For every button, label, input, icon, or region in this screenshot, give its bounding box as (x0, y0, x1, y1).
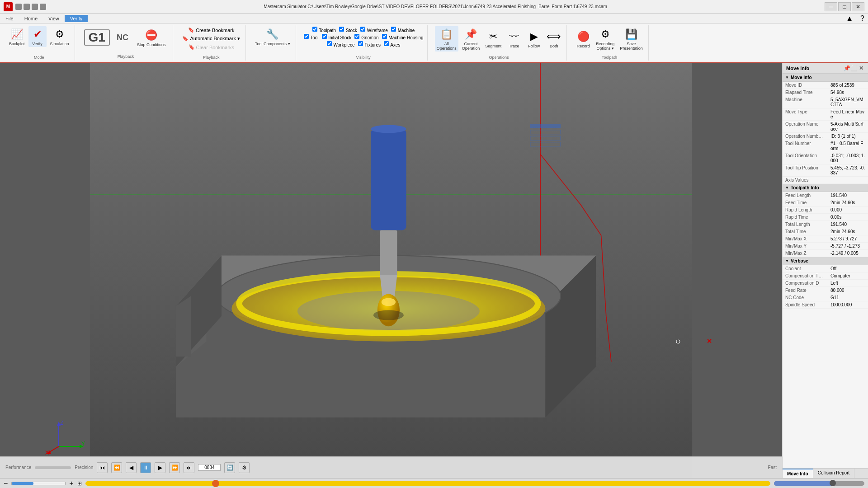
maximize-button[interactable]: □ (838, 2, 851, 11)
workpiece-check-label[interactable]: Workpiece (326, 41, 355, 47)
quick-undo-icon[interactable] (24, 4, 30, 10)
toolpath-info-section-header[interactable]: ▼ Toolpath Info (783, 184, 868, 192)
create-bookmark-button[interactable]: 🔖 Create Bookmark (186, 26, 236, 34)
both-button[interactable]: ⟺ Both (545, 28, 563, 49)
svg-text:Y: Y (81, 441, 85, 447)
stock-check-label[interactable]: Stock (339, 26, 357, 33)
quick-action-icon[interactable] (32, 4, 38, 10)
close-button[interactable]: ✕ (852, 2, 864, 11)
toolpath-info-rows: Feed Length 191.540 Feed Time 2min 24.60… (783, 192, 868, 257)
fixtures-checkbox[interactable] (358, 41, 363, 46)
recording-options-button[interactable]: ⚙ RecordingOptions ▾ (594, 26, 616, 52)
next-frame-button[interactable]: ▶ (155, 462, 165, 473)
current-operation-button[interactable]: 📌 CurrentOperation (460, 26, 482, 52)
zoom-in-icon[interactable]: + (69, 479, 73, 488)
initialstock-check-label[interactable]: Initial Stock (321, 33, 352, 40)
feed-time-row: Feed Time 2min 24.60s (783, 199, 868, 206)
gnomon-check-label[interactable]: Gnomon (354, 33, 378, 40)
loop-button[interactable]: 🔄 (224, 462, 235, 473)
wireframe-checkbox[interactable] (360, 27, 365, 32)
menu-view[interactable]: View (43, 15, 65, 22)
machine-checkbox[interactable] (391, 27, 396, 32)
panel-controls: 📌 ⬜ ✕ (844, 65, 864, 71)
tool-check-label[interactable]: Tool (303, 33, 319, 40)
stock-checkbox[interactable] (339, 27, 344, 32)
move-info-section-header[interactable]: ▼ Move Info (783, 74, 868, 82)
clear-bookmarks-label: Clear Bookmarks (196, 45, 234, 50)
tool-checkbox[interactable] (304, 34, 309, 39)
zoom-out-icon[interactable]: − (4, 479, 8, 488)
panel-pin-button[interactable]: 📌 (844, 65, 850, 71)
menu-file[interactable]: File (0, 15, 19, 22)
tool-tip-row: Tool Tip Position 5.455; -3.723; -0.837 (783, 164, 868, 177)
machine-value: 5_5AXGEN_VMCTTA (830, 97, 865, 107)
follow-label: Follow (528, 44, 540, 48)
workpiece-checkbox[interactable] (327, 41, 332, 46)
settings-button[interactable]: ⚙ (239, 462, 250, 473)
simulation-button[interactable]: ⚙ Simulation (48, 26, 71, 47)
machine-check-label[interactable]: Machine (391, 26, 415, 33)
initialstock-checkbox[interactable] (321, 34, 326, 39)
auto-bookmark-button[interactable]: 🔖 Automatic Bookmark ▾ (180, 35, 242, 42)
verbose-section-header[interactable]: ▼ Verbose (783, 257, 868, 265)
step-counter[interactable]: 0834 (198, 464, 221, 471)
rapid-length-value: 0.000 (830, 207, 842, 212)
collision-report-tab[interactable]: Collision Report (813, 469, 855, 478)
play-pause-button[interactable]: ⏸ (140, 462, 151, 473)
stop-button[interactable]: ⛔ Stop Conditions (135, 27, 168, 48)
timeline-slider[interactable] (85, 481, 770, 486)
elapsed-time-row: Elapsed Time 54.98s (783, 89, 868, 96)
quick-access (15, 4, 46, 10)
tool-components-button[interactable]: 🔧 Tool Components ▾ (253, 26, 292, 47)
segment-button[interactable]: ✂ Segment (483, 28, 503, 49)
skip-end-button[interactable]: ⏭ (184, 462, 194, 473)
step-fwd-button[interactable]: ⏩ (169, 462, 180, 473)
prev-frame-button[interactable]: ◀ (126, 462, 137, 473)
feed-length-value: 191.540 (830, 193, 847, 198)
help-button[interactable]: ? (857, 14, 868, 23)
backplot-button[interactable]: 📈 Backplot (7, 26, 27, 47)
nc-button[interactable]: NC (113, 32, 132, 43)
secondary-thumb[interactable] (830, 480, 836, 486)
machinehousing-checkbox[interactable] (382, 34, 387, 39)
svg-point-25 (373, 310, 404, 320)
follow-button[interactable]: ▶ Follow (525, 28, 543, 49)
panel-close-button[interactable]: ✕ (858, 65, 864, 71)
quick-save-icon[interactable] (15, 4, 22, 10)
minimize-button[interactable]: ─ (825, 2, 837, 11)
move-info-tab[interactable]: Move Info (783, 469, 813, 478)
quick-dropdown-icon[interactable] (40, 4, 46, 10)
panel-float-button[interactable]: ⬜ (851, 65, 857, 71)
axes-check-label[interactable]: Axes (383, 41, 400, 47)
save-presentation-button[interactable]: 💾 SavePresentation (618, 26, 645, 52)
menu-verify[interactable]: Verify (65, 15, 88, 22)
viewport[interactable]: Z Y X ✕ Performance Precision ⏮ ⏪ (0, 63, 782, 478)
axes-checkbox[interactable] (384, 41, 389, 46)
step-back-button[interactable]: ⏪ (111, 462, 122, 473)
all-operations-button[interactable]: 📋 AllOperations (435, 26, 458, 52)
verify-button[interactable]: ✔ Verify (28, 26, 47, 47)
move-type-value: Feed Linear Move (830, 109, 865, 119)
gnomon-checkbox[interactable] (354, 34, 359, 39)
tool-orient-label: Tool Orientation (785, 153, 830, 158)
trace-label: Trace (509, 44, 519, 48)
ribbon-mode-buttons: 📈 Backplot ✔ Verify ⚙ Simulation (7, 26, 71, 47)
zoom-fit-icon[interactable]: ⊞ (77, 480, 82, 487)
skip-start-button[interactable]: ⏮ (97, 462, 108, 473)
timeline-thumb[interactable] (212, 480, 219, 487)
perf-slider[interactable] (35, 466, 71, 469)
toolpath-check-label[interactable]: Toolpath (312, 26, 336, 33)
fixtures-check-label[interactable]: Fixtures (358, 41, 381, 47)
trace-button[interactable]: 〰 Trace (505, 28, 523, 49)
wireframe-check-label[interactable]: Wireframe (360, 26, 388, 33)
record-button[interactable]: 🔴 Record (574, 28, 592, 49)
menu-home[interactable]: Home (19, 15, 43, 22)
machinehousing-check-label[interactable]: Machine Housing (382, 33, 424, 40)
clear-bookmarks-button[interactable]: 🔖 Clear Bookmarks (187, 43, 236, 51)
secondary-slider[interactable] (774, 481, 864, 486)
zoom-slider[interactable] (11, 482, 66, 485)
simulation-label: Simulation (50, 42, 69, 46)
toolpath-checkbox[interactable] (312, 27, 317, 32)
timeline-bar: − + ⊞ (0, 478, 868, 488)
ribbon-collapse-btn[interactable]: ▲ (842, 14, 857, 23)
